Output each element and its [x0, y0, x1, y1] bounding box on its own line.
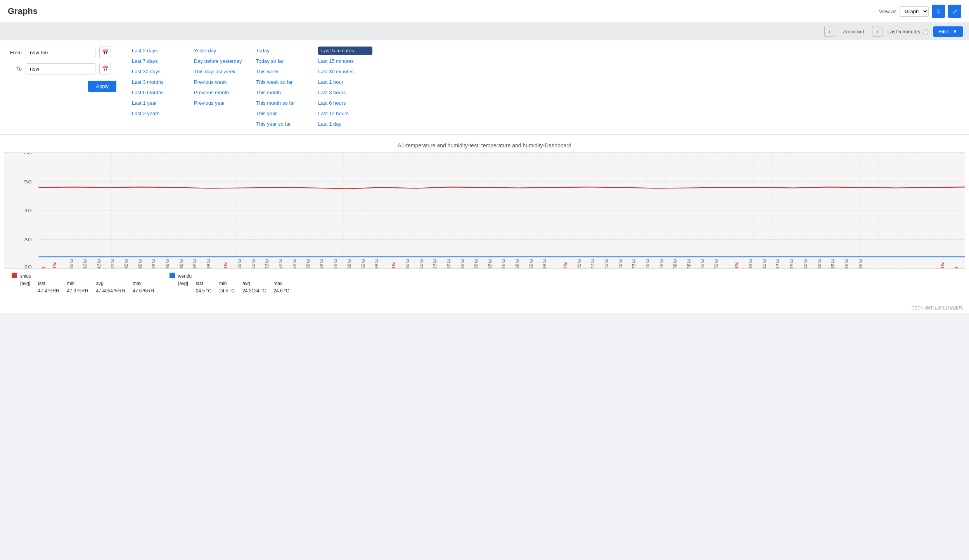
svg-text:11:16:45 AM: 11:16:45 AM: [515, 259, 520, 268]
link-last-6-months[interactable]: Last 6 months: [132, 88, 186, 97]
svg-text:11/28: 11/28: [954, 267, 959, 268]
wendu-label: [avg]: [178, 280, 188, 287]
svg-text:11:17:25 AM: 11:17:25 AM: [632, 259, 636, 268]
svg-text:11:18:45 AM: 11:18:45 AM: [858, 259, 863, 268]
svg-text:11:14:15 AM: 11:14:15 AM: [97, 259, 101, 268]
to-calendar-button[interactable]: 📅: [99, 63, 111, 74]
to-row: To 📅: [8, 63, 116, 74]
link-last-3-months[interactable]: Last 3 months: [132, 78, 186, 86]
svg-text:11:15:50 AM: 11:15:50 AM: [361, 259, 365, 268]
wendu-color-icon: [170, 273, 175, 278]
shidu-avg-col: avg 47.4054 %RH: [96, 280, 125, 295]
link-last-6-hours[interactable]: Last 6 hours: [318, 99, 372, 107]
svg-rect-74: [12, 273, 17, 278]
fullscreen-button[interactable]: ⤢: [948, 5, 961, 18]
svg-text:11:15:25 AM: 11:15:25 AM: [292, 259, 297, 268]
filter-button[interactable]: Filter ▼: [933, 26, 963, 37]
svg-text:11:15:35 AM: 11:15:35 AM: [320, 259, 324, 268]
zoom-out-button[interactable]: Zoom out: [840, 27, 867, 36]
svg-text:30: 30: [24, 237, 32, 242]
svg-text:11/28: 11/28: [42, 267, 46, 268]
link-today[interactable]: Today: [256, 47, 310, 55]
link-this-day-last-week[interactable]: This day last week: [194, 67, 248, 76]
svg-text:11:18:30 AM: 11:18:30 AM: [817, 259, 822, 268]
svg-text:11:16:10 AM: 11:16:10 AM: [419, 259, 424, 268]
svg-text:11:17:50 AM: 11:17:50 AM: [700, 259, 705, 268]
link-last-5-minutes[interactable]: Last 5 minutes: [318, 47, 372, 55]
view-as-select[interactable]: Graph Table: [900, 6, 929, 17]
svg-text:11:14:30 AM: 11:14:30 AM: [138, 259, 142, 268]
wendu-name: wendu: [178, 273, 289, 280]
shidu-last-value: 47.4 %RH: [38, 287, 59, 295]
svg-text:11:17:05 AM: 11:17:05 AM: [577, 259, 581, 268]
svg-text:11:17 AM: 11:17 AM: [563, 263, 568, 268]
filter-label: Filter: [939, 29, 950, 35]
svg-text:11:15:20 AM: 11:15:20 AM: [279, 259, 283, 268]
svg-text:40: 40: [24, 209, 32, 213]
link-last-1-year[interactable]: Last 1 year: [132, 99, 186, 107]
to-input[interactable]: [26, 63, 95, 74]
link-last-30-days[interactable]: Last 30 days: [132, 67, 186, 76]
link-last-30-minutes[interactable]: Last 30 minutes: [318, 67, 372, 76]
filter-panel: From 📅 To 📅 Apply Last 2 days Last 7 day…: [0, 40, 969, 135]
apply-button[interactable]: Apply: [88, 81, 116, 92]
link-this-month[interactable]: This month: [256, 88, 310, 97]
shidu-max-value: 47.6 %RH: [133, 287, 154, 295]
link-previous-month[interactable]: Previous month: [194, 88, 248, 97]
time-display: Last 5 minutes 🕐: [888, 29, 929, 35]
svg-text:11:17:15 AM: 11:17:15 AM: [604, 259, 609, 268]
shidu-max-col: max 47.6 %RH: [133, 280, 154, 295]
shidu-label-col: [avg]: [20, 280, 30, 295]
svg-text:11:15:55 AM: 11:15:55 AM: [374, 259, 379, 268]
legend-item-shidu: shidu [avg] last 47.4 %RH min 47.3 %RH a…: [12, 273, 154, 295]
from-calendar-button[interactable]: 📅: [99, 47, 111, 58]
next-nav-button[interactable]: ›: [872, 26, 883, 37]
link-previous-week[interactable]: Previous week: [194, 78, 248, 86]
link-this-week[interactable]: This week: [256, 67, 310, 76]
svg-text:11:14:35 AM: 11:14:35 AM: [151, 259, 156, 268]
link-this-year-so-far[interactable]: This year so far: [256, 120, 310, 128]
link-last-12-hours[interactable]: Last 12 hours: [318, 109, 372, 118]
prev-nav-button[interactable]: ‹: [824, 26, 835, 37]
quick-col-3: Today Today so far This week This week s…: [256, 47, 310, 128]
star-button[interactable]: ☆: [932, 5, 945, 18]
link-last-15-minutes[interactable]: Last 15 minutes: [318, 57, 372, 65]
shidu-last-header: last: [38, 280, 59, 287]
from-label: From: [8, 50, 22, 55]
wendu-label-col: [avg]: [178, 280, 188, 295]
link-yesterday[interactable]: Yesterday: [194, 47, 248, 55]
wendu-min-value: 24.5 °C: [219, 287, 235, 295]
svg-text:11:14:50 AM: 11:14:50 AM: [193, 259, 197, 268]
svg-text:11:16 AM: 11:16 AM: [391, 263, 396, 268]
link-day-before-yesterday[interactable]: Day before yesterday: [194, 57, 248, 65]
link-previous-year[interactable]: Previous year: [194, 99, 248, 107]
svg-text:11:14:20 AM: 11:14:20 AM: [110, 259, 115, 268]
link-last-1-hour[interactable]: Last 1 hour: [318, 78, 372, 86]
link-last-2-days[interactable]: Last 2 days: [132, 47, 186, 55]
page-title: Graphs: [8, 6, 38, 16]
svg-text:11:14:45 AM: 11:14:45 AM: [179, 259, 183, 268]
legend: shidu [avg] last 47.4 %RH min 47.3 %RH a…: [4, 269, 965, 299]
svg-text:11:14:55 AM: 11:14:55 AM: [206, 259, 211, 268]
link-last-7-days[interactable]: Last 7 days: [132, 57, 186, 65]
link-last-3-hours[interactable]: Last 3 hours: [318, 88, 372, 97]
svg-text:11:18:25 AM: 11:18:25 AM: [803, 259, 808, 268]
svg-text:11:17:40 AM: 11:17:40 AM: [673, 259, 678, 268]
link-this-year[interactable]: This year: [256, 109, 310, 118]
page-header: Graphs View as Graph Table ☆ ⤢: [0, 0, 969, 23]
link-this-month-so-far[interactable]: This month so far: [256, 99, 310, 107]
toolbar: ‹ Zoom out › Last 5 minutes 🕐 Filter ▼: [0, 23, 969, 40]
svg-text:11:14:05 AM: 11:14:05 AM: [69, 259, 74, 268]
link-last-2-years[interactable]: Last 2 years: [132, 109, 186, 118]
from-input[interactable]: [26, 47, 95, 58]
svg-rect-75: [170, 273, 175, 278]
wendu-max-header: max: [273, 280, 289, 287]
link-last-1-day[interactable]: Last 1 day: [318, 120, 372, 128]
svg-text:11:15:05 AM: 11:15:05 AM: [237, 259, 242, 268]
svg-text:11:17:30 AM: 11:17:30 AM: [645, 259, 650, 268]
link-today-so-far[interactable]: Today so far: [256, 57, 310, 65]
svg-text:11:16:05 AM: 11:16:05 AM: [405, 259, 410, 268]
wendu-avg-col: avg 24.5134 °C: [242, 280, 266, 295]
svg-text:11:15:40 AM: 11:15:40 AM: [333, 259, 338, 268]
link-this-week-so-far[interactable]: This week so far: [256, 78, 310, 86]
